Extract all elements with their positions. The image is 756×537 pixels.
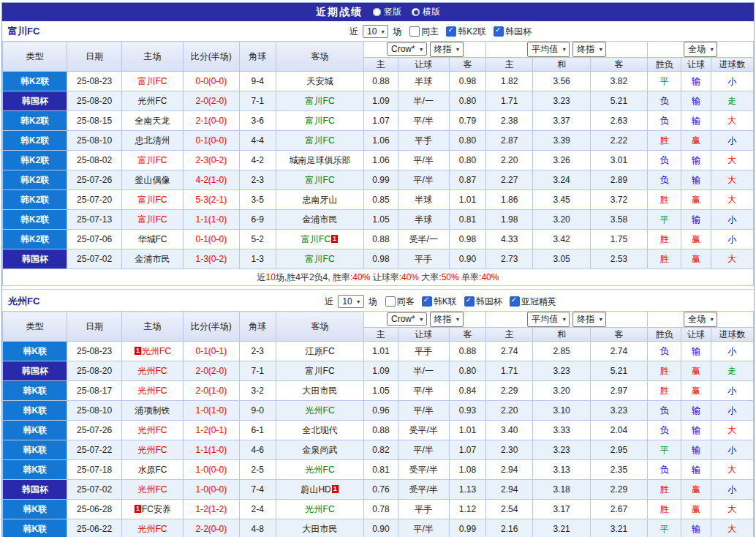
away-team-cell[interactable]: 大田市民 [276, 381, 364, 401]
odds-cell: 2.95 [590, 440, 647, 460]
score-cell[interactable]: 1-2(1-2) [184, 500, 239, 519]
scope-select-0[interactable]: 全场▼ [684, 42, 717, 57]
home-team-cell[interactable]: 光州FC [121, 519, 183, 537]
away-team-cell[interactable]: 大田市民 [276, 519, 364, 537]
europe-odds-selects-0[interactable]: 平均值▼ [527, 42, 570, 57]
home-team-cell[interactable]: 光州FC [121, 440, 183, 460]
score-cell[interactable]: 0-1(0-0) [184, 230, 239, 249]
score-cell[interactable]: 2-0(2-0) [184, 361, 239, 381]
away-team-cell[interactable]: 城南足球俱乐部 [276, 151, 364, 170]
away-team-cell[interactable]: 光州FC [276, 500, 364, 519]
odds-cell: 3.82 [590, 72, 647, 91]
home-team-cell[interactable]: 忠北清州 [121, 131, 183, 151]
score-cell[interactable]: 1-2(0-1) [184, 421, 239, 440]
away-team-cell[interactable]: 江原FC [276, 342, 364, 361]
score-cell[interactable]: 0-1(0-0) [184, 131, 239, 151]
away-team-cell[interactable]: 富川FC [276, 361, 364, 381]
score-cell[interactable]: 1-0(1-0) [184, 401, 239, 421]
score-cell[interactable]: 0-0(0-0) [184, 72, 239, 91]
away-team-cell[interactable]: 全北现代 [276, 421, 364, 440]
score-cell[interactable]: 2-1(0-0) [184, 111, 239, 131]
home-team-cell[interactable]: 全南天龙 [121, 111, 183, 131]
away-team-cell[interactable]: 富川FC [276, 170, 364, 190]
away-team-cell[interactable]: 富川FC [276, 131, 364, 151]
score-cell[interactable]: 2-3(0-2) [184, 151, 239, 170]
result-cell: 赢 [681, 249, 711, 269]
handicap-odds-selects-1[interactable]: 终指▼ [430, 42, 464, 57]
match-row: 韩K联25-08-10浦项制铁1-0(1-0)9-0光州FC0.96平/半0.9… [3, 401, 754, 421]
score-cell[interactable]: 2-2(0-0) [184, 519, 239, 537]
home-team-cell[interactable]: 1光州FC [121, 342, 183, 361]
score-cell[interactable]: 1-1(1-0) [184, 210, 239, 230]
subcolumn-header: 客 [449, 328, 485, 342]
away-team-cell[interactable]: 富川FC1 [276, 230, 364, 249]
away-team-cell[interactable]: 金泉尚武 [276, 440, 364, 460]
chevron-down-icon: ▼ [419, 317, 424, 322]
home-team-cell[interactable]: 浦项制铁 [121, 401, 183, 421]
home-team-cell[interactable]: 光州FC [121, 421, 183, 440]
match-count-select[interactable]: 10▼ [363, 25, 388, 38]
handicap-odds-selects-0[interactable]: Crow*▼ [387, 312, 427, 326]
odds-cell: 3.23 [533, 91, 590, 111]
score-cell[interactable]: 1-0(0-0) [184, 480, 239, 500]
home-team-cell[interactable]: 金浦市民 [121, 249, 183, 269]
europe-odds-selects-1[interactable]: 终指▼ [572, 312, 606, 327]
away-team-cell[interactable]: 金浦市民 [276, 210, 364, 230]
filter-checkbox[interactable]: 韩K2联 [446, 26, 486, 38]
home-team-cell[interactable]: 光州FC [121, 480, 183, 500]
away-team-cell[interactable]: 忠南牙山 [276, 190, 364, 210]
home-team-cell[interactable]: 水原FC [121, 460, 183, 480]
home-team-cell[interactable]: 光州FC [121, 361, 183, 381]
score-cell[interactable]: 5-3(2-1) [184, 190, 239, 210]
odds-cell: 2.67 [590, 500, 647, 519]
layout-radio-horizontal[interactable]: 横版 [412, 6, 440, 18]
score-cell[interactable]: 1-0(0-0) [184, 460, 239, 480]
handicap-odds-selects-0[interactable]: Crow*▼ [387, 42, 427, 56]
filter-checkbox[interactable]: 同主 [409, 26, 439, 38]
team-name: 金浦市民 [303, 214, 338, 225]
away-team-cell[interactable]: 富川FC [276, 91, 364, 111]
match-count-select-value: 10 [367, 26, 377, 37]
league-cell: 韩K2联 [3, 230, 67, 249]
away-team-cell[interactable]: 天安城 [276, 72, 364, 91]
home-team-cell[interactable]: 富川FC [121, 151, 183, 170]
away-team-cell[interactable]: 光州FC [276, 460, 364, 480]
column-header: 日期 [67, 312, 121, 342]
home-team-cell[interactable]: 1FC安养 [121, 500, 183, 519]
layout-radio-vertical[interactable]: 竖版 [373, 6, 401, 18]
europe-odds-selects-1[interactable]: 终指▼ [572, 42, 606, 57]
filter-checkbox[interactable]: 韩K联 [422, 296, 457, 308]
home-team-cell[interactable]: 光州FC [121, 381, 183, 401]
score-cell[interactable]: 1-3(0-2) [184, 249, 239, 269]
odds-cell: 平/半 [398, 440, 449, 460]
away-team-cell[interactable]: 富川FC [276, 111, 364, 131]
score-cell[interactable]: 2-0(2-0) [184, 91, 239, 111]
chevron-down-icon: ▼ [456, 317, 461, 322]
filter-checkbox[interactable]: 韩国杯 [464, 296, 502, 308]
away-team-cell[interactable]: 光州FC [276, 401, 364, 421]
checkbox-label: 韩K2联 [458, 26, 486, 38]
home-team-cell[interactable]: 光州FC [121, 91, 183, 111]
home-team-cell[interactable]: 富川FC [121, 210, 183, 230]
home-team-cell[interactable]: 富川FC [121, 72, 183, 91]
filter-checkbox[interactable]: 同客 [385, 296, 415, 308]
match-count-select[interactable]: 10▼ [338, 295, 363, 308]
corner-cell: 6-1 [239, 421, 276, 440]
europe-odds-selects-0[interactable]: 平均值▼ [527, 312, 570, 327]
handicap-odds-selects-1[interactable]: 终指▼ [430, 312, 464, 327]
filter-checkbox[interactable]: 亚冠精英 [510, 296, 556, 308]
team-name: 釜山偶像 [135, 175, 170, 185]
result-cell: 负 [648, 111, 681, 131]
home-team-cell[interactable]: 华城FC [121, 230, 183, 249]
away-team-cell[interactable]: 蔚山HD1 [276, 480, 364, 500]
home-team-cell[interactable]: 富川FC [121, 190, 183, 210]
away-team-cell[interactable]: 富川FC [276, 249, 364, 269]
score-cell[interactable]: 4-2(1-0) [184, 170, 239, 190]
odds-cell: 1.06 [364, 151, 398, 170]
filter-checkbox[interactable]: 韩国杯 [494, 26, 532, 38]
score-cell[interactable]: 1-1(1-0) [184, 440, 239, 460]
score-cell[interactable]: 0-1(0-1) [184, 342, 239, 361]
scope-select-0[interactable]: 全场▼ [684, 312, 717, 327]
score-cell[interactable]: 2-0(1-0) [184, 381, 239, 401]
home-team-cell[interactable]: 釜山偶像 [121, 170, 183, 190]
